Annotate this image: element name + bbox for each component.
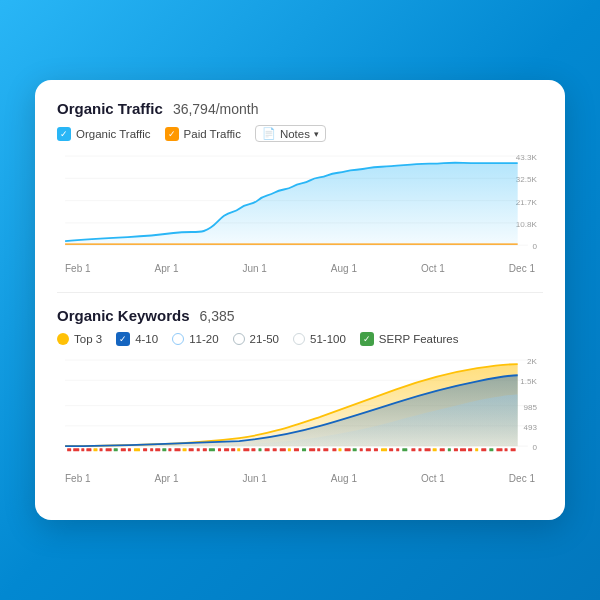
top3-legend-item: Top 3 [57, 333, 102, 345]
51-100-dot [293, 333, 305, 345]
svg-text:43.3K: 43.3K [516, 153, 538, 162]
21-50-legend-item: 21-50 [233, 333, 279, 345]
svg-rect-81 [496, 449, 502, 452]
4-10-checkbox[interactable]: ✓ [116, 332, 130, 346]
x-label-oct1: Oct 1 [421, 263, 445, 274]
svg-rect-42 [218, 449, 221, 452]
x-label-jun1: Jun 1 [242, 263, 266, 274]
svg-rect-62 [360, 449, 363, 452]
svg-rect-41 [209, 449, 215, 452]
svg-rect-27 [114, 449, 118, 452]
traffic-header: Organic Traffic 36,794/month [57, 100, 543, 117]
svg-rect-71 [425, 449, 431, 452]
svg-rect-67 [396, 449, 399, 452]
11-20-legend-item: 11-20 [172, 333, 218, 345]
section-divider [57, 292, 543, 293]
svg-rect-76 [460, 449, 466, 452]
notes-button[interactable]: 📄 Notes ▾ [255, 125, 326, 142]
svg-rect-20 [67, 449, 71, 452]
4-10-legend-item: ✓ 4-10 [116, 332, 158, 346]
svg-rect-60 [345, 449, 351, 452]
notes-icon: 📄 [262, 127, 276, 140]
svg-rect-30 [134, 449, 140, 452]
notes-label: Notes [280, 128, 310, 140]
svg-rect-32 [150, 449, 153, 452]
kw-x-dec1: Dec 1 [509, 473, 535, 484]
x-label-aug1: Aug 1 [331, 263, 357, 274]
main-card: Organic Traffic 36,794/month ✓ Organic T… [35, 80, 565, 520]
kw-x-feb1: Feb 1 [65, 473, 91, 484]
svg-rect-52 [288, 449, 291, 452]
organic-label: Organic Traffic [76, 128, 151, 140]
svg-rect-65 [381, 449, 387, 452]
svg-rect-57 [323, 449, 328, 452]
svg-rect-22 [81, 449, 84, 452]
svg-text:32.5K: 32.5K [516, 175, 538, 184]
11-20-dot [172, 333, 184, 345]
svg-rect-47 [251, 449, 255, 452]
keywords-header: Organic Keywords 6,385 [57, 307, 543, 324]
svg-rect-51 [280, 449, 286, 452]
svg-rect-34 [162, 449, 166, 452]
svg-rect-72 [433, 449, 437, 452]
svg-rect-38 [189, 449, 194, 452]
traffic-chart: 43.3K 32.5K 21.7K 10.8K 0 [57, 150, 543, 261]
kw-x-jun1: Jun 1 [242, 473, 266, 484]
51-100-legend-item: 51-100 [293, 333, 346, 345]
svg-text:21.7K: 21.7K [516, 198, 538, 207]
x-label-apr1: Apr 1 [155, 263, 179, 274]
traffic-chart-wrap: 43.3K 32.5K 21.7K 10.8K 0 [57, 150, 543, 274]
svg-rect-56 [317, 449, 320, 452]
keywords-title: Organic Keywords [57, 307, 190, 324]
svg-rect-64 [374, 449, 378, 452]
svg-rect-80 [489, 449, 493, 452]
traffic-section: Organic Traffic 36,794/month ✓ Organic T… [57, 100, 543, 274]
svg-rect-21 [73, 449, 79, 452]
svg-rect-28 [121, 449, 126, 452]
keywords-chart-wrap: 2K 1.5K 985 493 0 [57, 354, 543, 483]
svg-rect-54 [302, 449, 306, 452]
keywords-value: 6,385 [200, 308, 235, 324]
svg-rect-45 [237, 449, 240, 452]
organic-checkbox[interactable]: ✓ [57, 127, 71, 141]
paid-checkbox[interactable]: ✓ [165, 127, 179, 141]
svg-rect-40 [203, 449, 207, 452]
organic-legend-item: ✓ Organic Traffic [57, 127, 151, 141]
svg-rect-35 [168, 449, 171, 452]
svg-text:985: 985 [523, 403, 537, 412]
21-50-dot [233, 333, 245, 345]
x-label-feb1: Feb 1 [65, 263, 91, 274]
svg-rect-73 [440, 449, 445, 452]
traffic-legend: ✓ Organic Traffic ✓ Paid Traffic 📄 Notes… [57, 125, 543, 142]
keywords-chart: 2K 1.5K 985 493 0 [57, 354, 543, 470]
svg-rect-49 [265, 449, 270, 452]
svg-rect-68 [402, 449, 407, 452]
serp-legend-item: ✓ SERP Features [360, 332, 459, 346]
top3-label: Top 3 [74, 333, 102, 345]
serp-label: SERP Features [379, 333, 459, 345]
serp-checkbox[interactable]: ✓ [360, 332, 374, 346]
svg-rect-70 [418, 449, 421, 452]
notes-chevron-icon: ▾ [314, 129, 319, 139]
svg-rect-48 [258, 449, 261, 452]
svg-rect-59 [338, 449, 341, 452]
svg-rect-83 [511, 449, 516, 452]
svg-text:0: 0 [532, 444, 537, 453]
svg-rect-75 [454, 449, 458, 452]
11-20-label: 11-20 [189, 333, 218, 345]
svg-rect-29 [128, 449, 131, 452]
svg-rect-78 [475, 449, 478, 452]
keywords-x-axis: Feb 1 Apr 1 Jun 1 Aug 1 Oct 1 Dec 1 [57, 471, 543, 484]
svg-rect-77 [468, 449, 472, 452]
svg-rect-25 [100, 449, 103, 452]
svg-text:493: 493 [523, 423, 537, 432]
svg-text:2K: 2K [527, 358, 538, 367]
kw-x-oct1: Oct 1 [421, 473, 445, 484]
svg-rect-26 [106, 449, 112, 452]
svg-text:10.8K: 10.8K [516, 220, 538, 229]
svg-rect-31 [143, 449, 147, 452]
keywords-section: Organic Keywords 6,385 Top 3 ✓ 4-10 11-2… [57, 307, 543, 483]
svg-rect-82 [505, 449, 508, 452]
svg-rect-50 [273, 449, 277, 452]
svg-rect-39 [197, 449, 200, 452]
